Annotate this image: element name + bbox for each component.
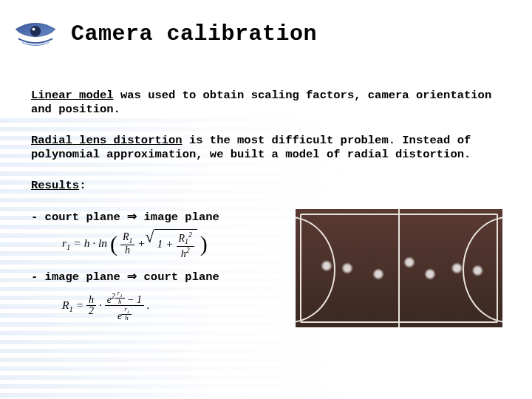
map2-pre: - image plane	[31, 270, 127, 284]
formula-r1: r1 = h · ln ( R1 h + √ 1 + R12 h2	[62, 229, 281, 259]
mapping-court-to-image: - court plane ⇒ image plane	[31, 209, 281, 225]
paragraph-linear-model: Linear model was used to obtain scaling …	[31, 89, 502, 117]
results-colon: :	[79, 179, 86, 192]
svg-point-0	[30, 26, 41, 36]
arrow-icon: ⇒	[127, 270, 137, 282]
slide-header: Camera calibration	[0, 0, 532, 52]
map2-post: court plane	[137, 270, 219, 284]
map1-pre: - court plane	[31, 211, 127, 224]
slide-content: Camera calibration Linear model was used…	[0, 0, 532, 332]
eye-icon	[12, 19, 59, 49]
slide-title: Camera calibration	[71, 21, 317, 47]
formula-R1: R1 = h 2 · e2r1h − 1 er1h .	[62, 290, 281, 322]
map1-post: image plane	[137, 211, 219, 224]
lead-linear-model: Linear model	[31, 89, 114, 102]
slide-body: Linear model was used to obtain scaling …	[0, 52, 532, 332]
eye-logo	[9, 16, 62, 52]
lead-radial-distortion: Radial lens distortion	[31, 134, 183, 147]
svg-point-1	[33, 28, 35, 31]
paragraph-radial-distortion: Radial lens distortion is the most diffi…	[31, 134, 502, 163]
results-label: Results	[31, 179, 79, 192]
arrow-icon: ⇒	[127, 210, 137, 222]
court-image	[296, 209, 502, 327]
mapping-image-to-court: - image plane ⇒ court plane	[31, 269, 281, 284]
results-heading: Results:	[31, 179, 502, 193]
